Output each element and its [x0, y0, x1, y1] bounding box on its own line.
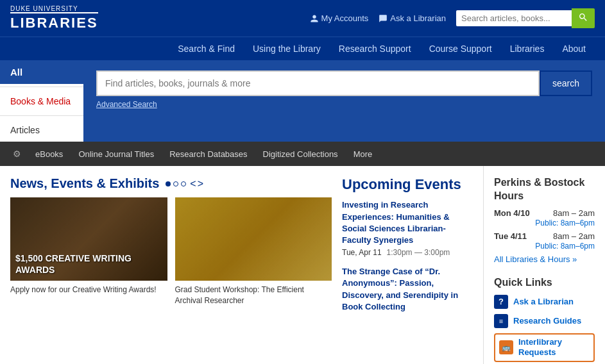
main-content: News, Events & Exhibits < > $1,500 CREAT…: [0, 166, 605, 364]
hours-day-1: Mon 4/10: [494, 208, 530, 218]
quick-link-research: ≡ Research Guides: [494, 314, 595, 328]
quick-link-interlibrary: 🚌 Interlibrary Requests: [494, 333, 595, 363]
dot-2: [173, 181, 178, 186]
subnav-ebooks[interactable]: eBooks: [28, 149, 71, 159]
subnav-more[interactable]: More: [346, 149, 380, 159]
hours-day-2: Tue 4/11: [494, 231, 527, 241]
ask-librarian-icon: ?: [494, 295, 508, 309]
interlibrary-icon: 🚌: [499, 340, 513, 354]
nav-search-find[interactable]: Search & Find: [169, 37, 244, 60]
research-guides-quicklink[interactable]: Research Guides: [513, 316, 581, 326]
tab-all[interactable]: All: [0, 60, 83, 84]
subnav-digitized-collections[interactable]: Digitized Collections: [255, 149, 346, 159]
gear-icon[interactable]: ⚙: [6, 149, 28, 159]
hours-public-2: Public: 8am–6pm: [494, 242, 595, 251]
news-card-1-caption: Apply now for our Creative Writing Award…: [10, 285, 167, 295]
nav-libraries[interactable]: Libraries: [501, 37, 554, 60]
my-accounts-link[interactable]: My Accounts: [310, 13, 369, 23]
news-card-1-image: $1,500 CREATIVE WRITING AWARDS: [10, 197, 167, 281]
all-hours-link[interactable]: All Libraries & Hours »: [494, 254, 595, 264]
my-accounts-label: My Accounts: [321, 13, 369, 23]
tab-articles[interactable]: Articles: [0, 119, 83, 142]
subnav-online-journals[interactable]: Online Journal Titles: [71, 149, 162, 159]
quick-links: Quick Links ? Ask a Librarian ≡ Research…: [494, 277, 595, 364]
subnav: ⚙ eBooks Online Journal Titles Research …: [0, 142, 605, 166]
research-guides-icon: ≡: [494, 314, 508, 328]
news-cards: $1,500 CREATIVE WRITING AWARDS Apply now…: [10, 197, 332, 306]
event-2-link[interactable]: The Strange Case of “Dr. Anonymous”: Pas…: [342, 266, 473, 313]
nav-research-support[interactable]: Research Support: [330, 37, 420, 60]
hours-section: Perkins & Bostock Hours Mon 4/10 8am – 2…: [494, 176, 595, 264]
nav-course-support[interactable]: Course Support: [420, 37, 501, 60]
event-item-2: The Strange Case of “Dr. Anonymous”: Pas…: [342, 266, 473, 313]
carousel-dots: [166, 181, 186, 186]
nav-about[interactable]: About: [553, 37, 595, 60]
upcoming-title: Upcoming Events: [342, 176, 473, 193]
header-search-button[interactable]: [572, 8, 595, 28]
search-tabs: All Books & Media Articles: [0, 60, 83, 142]
main-nav: Search & Find Using the Library Research…: [0, 37, 605, 60]
logo: DUKE UNIVERSITY LIBRARIES: [10, 5, 98, 31]
hours-row-1: Mon 4/10 8am – 2am: [494, 208, 595, 218]
news-card-2: Grad Student Workshop: The Efficient Arc…: [175, 197, 332, 306]
header: DUKE UNIVERSITY LIBRARIES My Accounts As…: [0, 0, 605, 37]
ask-librarian-label: Ask a Librarian: [390, 13, 446, 23]
news-card-1: $1,500 CREATIVE WRITING AWARDS Apply now…: [10, 197, 167, 306]
header-search-input[interactable]: [456, 10, 572, 26]
header-search: [456, 8, 595, 28]
event-1-time: 1:30pm — 3:00pm: [387, 248, 450, 257]
main-search-input[interactable]: [96, 70, 540, 96]
sidebar-right: Perkins & Bostock Hours Mon 4/10 8am – 2…: [483, 166, 605, 364]
hours-row-2: Tue 4/11 8am – 2am: [494, 231, 595, 241]
main-search-container: search Advanced Search: [83, 60, 605, 142]
nav-using-library[interactable]: Using the Library: [244, 37, 330, 60]
hours-public-1: Public: 8am–6pm: [494, 219, 595, 228]
dot-3: [181, 181, 186, 186]
carousel-prev[interactable]: <: [190, 178, 196, 190]
logo-bottom: LIBRARIES: [10, 12, 98, 31]
news-card-2-overlay: [175, 197, 332, 281]
event-1-link[interactable]: Investing in Research Experiences: Human…: [342, 199, 473, 246]
news-events-area: News, Events & Exhibits < > $1,500 CREAT…: [0, 166, 342, 364]
ask-librarian-quicklink[interactable]: Ask a Librarian: [513, 297, 574, 306]
news-title: News, Events & Exhibits: [10, 176, 159, 191]
header-right: My Accounts Ask a Librarian: [310, 8, 595, 28]
tab-books-media[interactable]: Books & Media: [0, 90, 83, 113]
main-search-button[interactable]: search: [540, 70, 592, 96]
search-input-row: search: [96, 70, 592, 96]
upcoming-events: Upcoming Events Investing in Research Ex…: [342, 166, 483, 364]
subnav-research-databases[interactable]: Research Databases: [162, 149, 255, 159]
dot-1: [166, 181, 171, 186]
quick-links-title: Quick Links: [494, 277, 595, 288]
news-header: News, Events & Exhibits < >: [10, 176, 332, 191]
logo-top: DUKE UNIVERSITY: [10, 5, 98, 12]
interlibrary-quicklink[interactable]: Interlibrary Requests: [518, 337, 590, 359]
news-card-2-caption: Grad Student Workshop: The Efficient Arc…: [175, 285, 332, 306]
event-item-1: Investing in Research Experiences: Human…: [342, 199, 473, 257]
advanced-search-link[interactable]: Advanced Search: [96, 100, 592, 109]
event-1-meta: Tue, Apr 11 1:30pm — 3:00pm: [342, 248, 473, 257]
event-1-date: Tue, Apr 11: [342, 248, 382, 257]
hours-time-1: 8am – 2am: [553, 208, 595, 218]
hours-title: Perkins & Bostock Hours: [494, 176, 595, 203]
hours-time-2: 8am – 2am: [553, 231, 595, 241]
news-card-1-img-text: $1,500 CREATIVE WRITING AWARDS: [15, 252, 162, 276]
news-card-2-image: [175, 197, 332, 281]
carousel-next[interactable]: >: [198, 178, 203, 190]
ask-librarian-link[interactable]: Ask a Librarian: [379, 13, 446, 23]
search-area: All Books & Media Articles search Advanc…: [0, 60, 605, 142]
quick-link-ask: ? Ask a Librarian: [494, 295, 595, 309]
